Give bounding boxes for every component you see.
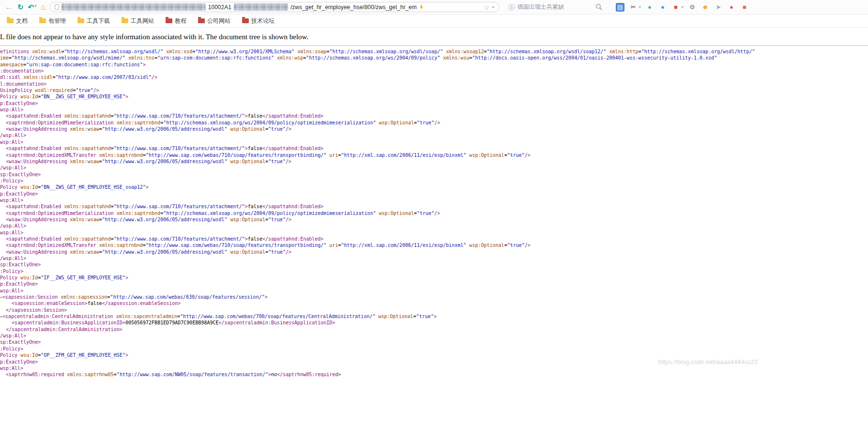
lightning-icon bbox=[419, 4, 424, 10]
folder-icon bbox=[242, 18, 249, 23]
xml-line: wsp:All> bbox=[0, 107, 868, 113]
extension-red-icon[interactable]: ■ bbox=[671, 3, 680, 12]
undo-button[interactable]: ↶ ▾ bbox=[28, 3, 37, 11]
xml-line: UsingPolicy wsdl:required="true"/> bbox=[0, 87, 868, 93]
xml-line: <saptrnbnd:OptimizedXMLTransfer xmlns:sa… bbox=[0, 242, 868, 248]
bookmark-label: 工具网站 bbox=[131, 17, 154, 25]
xml-line: p:ExactlyOne> bbox=[0, 100, 868, 107]
xml-line: /wsp:All> bbox=[0, 333, 868, 339]
bookmark-label: 工具下载 bbox=[87, 17, 110, 25]
xml-line: Policy wsu:Id="BN__ZWS_GET_HR_EMPLOYEE_H… bbox=[0, 184, 868, 190]
xml-line: <sapattahnd:Enabled xmlns:sapattahnd="ht… bbox=[0, 203, 868, 210]
undo-icon: ↶ bbox=[28, 3, 34, 11]
xml-line: sp:ExactlyOne> bbox=[0, 261, 868, 268]
xml-line: <wsaw:UsingAddressing xmlns:wsaw="http:/… bbox=[0, 249, 868, 255]
censored-url-segment bbox=[61, 3, 206, 11]
xml-line: </sapcentraladmin:CentralAdministration> bbox=[0, 326, 868, 333]
bookmark-item[interactable]: 文档 bbox=[7, 17, 28, 25]
xml-line: p:ExactlyOne> bbox=[0, 191, 868, 197]
browser-toolbar: ← ↻ ↶ ▾ ⌂ 10002A1 /zws_get_hr_employee_h… bbox=[0, 0, 868, 15]
xml-line: Policy wsu:Id="BN__ZWS_GET_HR_EMPLOYEE_H… bbox=[0, 93, 868, 100]
xml-line: </sapsession:Session> bbox=[0, 307, 868, 313]
xml-line: wsp:All> bbox=[0, 197, 868, 203]
page-icon bbox=[55, 4, 59, 10]
xml-line: /wsp:All> bbox=[0, 255, 868, 261]
xml-line: <sapattahnd:Enabled xmlns:sapattahnd="ht… bbox=[0, 113, 868, 119]
chevron-down-icon[interactable]: ▾ bbox=[492, 5, 494, 10]
bookmark-item[interactable]: 工具下载 bbox=[77, 17, 110, 25]
xml-line: ime="http://schemas.xmlsoap.org/wsdl/mim… bbox=[0, 55, 868, 61]
chevron-down-icon[interactable]: ▾ bbox=[34, 4, 36, 8]
xml-line: dl:sidl xmlns:sidl="http://www.sap.com/2… bbox=[0, 74, 868, 80]
xml-line: <saptrnbnd:OptimizedXMLTransfer xmlns:sa… bbox=[0, 152, 868, 158]
xml-tree: efinitions xmlns:wsdl="http://schemas.xm… bbox=[0, 46, 868, 378]
xml-line: p:ExactlyOne> bbox=[0, 281, 868, 287]
xml-line: <saptrnbnd:OptimizedMimeSerialization xm… bbox=[0, 210, 868, 216]
folder-icon bbox=[39, 18, 46, 23]
folder-icon bbox=[77, 18, 84, 23]
scissors-icon[interactable]: ✂ bbox=[629, 3, 638, 12]
xml-line: :Policy> bbox=[0, 178, 868, 184]
xml-line: efinitions xmlns:wsdl="http://schemas.xm… bbox=[0, 48, 868, 55]
search-icon[interactable] bbox=[595, 3, 603, 11]
xml-line: ▾<sapsession:Session xmlns:sapsession="h… bbox=[0, 294, 868, 300]
refresh-button[interactable]: ↻ bbox=[17, 3, 24, 11]
bookmark-item[interactable]: 公司网站 bbox=[198, 17, 230, 25]
folder-icon bbox=[166, 18, 172, 23]
back-button[interactable]: ← bbox=[5, 3, 13, 11]
xml-line: wsp:All> bbox=[0, 288, 868, 294]
home-button[interactable]: ⌂ bbox=[41, 3, 46, 11]
hot-search-icon: S bbox=[508, 4, 515, 11]
xml-line: <saptrnbnd:OptimizedMimeSerialization xm… bbox=[0, 120, 868, 126]
xml-line: sp:ExactlyOne> bbox=[0, 339, 868, 345]
bookmark-label: 包管理 bbox=[48, 17, 66, 25]
hot-search-suggestion[interactable]: S 德国出现士兵紧缺 bbox=[508, 3, 564, 11]
user-icon[interactable]: ☻ bbox=[701, 3, 710, 12]
wrench-icon[interactable]: ⚙ bbox=[688, 3, 697, 12]
xml-viewer: L file does not appear to have any style… bbox=[0, 28, 868, 378]
url-text: /zws_get_hr_employee_hse/800/zws_get_hr_… bbox=[290, 4, 417, 11]
browser-window: ← ↻ ↶ ▾ ⌂ 10002A1 /zws_get_hr_employee_h… bbox=[0, 0, 868, 378]
extension-blue-circle-icon[interactable]: ● bbox=[658, 3, 667, 12]
folder-icon bbox=[7, 18, 14, 23]
bookmark-label: 教程 bbox=[175, 17, 186, 25]
bookmark-item[interactable]: 教程 bbox=[166, 17, 186, 25]
xml-no-style-message: L file does not appear to have any style… bbox=[0, 28, 868, 46]
extension-red-circle-icon[interactable]: ● bbox=[727, 3, 736, 12]
bookmark-item[interactable]: 工具网站 bbox=[122, 17, 154, 25]
xml-line: <wsaw:UsingAddressing xmlns:wsaw="http:/… bbox=[0, 158, 868, 165]
xml-line: <saptrhnw05:required xmlns:saptrhnw05="h… bbox=[0, 371, 868, 378]
bookmark-label: 公司网站 bbox=[207, 17, 230, 25]
pointer-icon[interactable]: ➤ bbox=[714, 3, 723, 12]
bookmark-item[interactable]: 包管理 bbox=[39, 17, 66, 25]
extension-blue-grid-icon[interactable]: ▤ bbox=[616, 3, 624, 12]
bookmark-label: 技术论坛 bbox=[251, 17, 274, 25]
xml-line: wsp:All> bbox=[0, 365, 868, 371]
xml-line: /wsp:All> bbox=[0, 223, 868, 229]
chevron-down-icon[interactable]: ▾ bbox=[639, 5, 641, 9]
extension-icons: ▤✂▾●●■▾⚙☻➤●■ bbox=[616, 3, 749, 12]
extension-orange-icon[interactable]: ■ bbox=[740, 3, 749, 12]
xml-line: <sapattahnd:Enabled xmlns:sapattahnd="ht… bbox=[0, 145, 868, 152]
xml-line: wsp:All> bbox=[0, 139, 868, 145]
address-bar[interactable]: 10002A1 /zws_get_hr_employee_hse/800/zws… bbox=[50, 2, 499, 12]
xml-line: <sapattahnd:Enabled xmlns:sapattahnd="ht… bbox=[0, 236, 868, 242]
xml-line: <wsaw:UsingAddressing xmlns:wsaw="http:/… bbox=[0, 126, 868, 132]
xml-line: sp:ExactlyOne> bbox=[0, 171, 868, 178]
chevron-down-icon[interactable]: ▾ bbox=[682, 5, 684, 9]
xml-line: /wsp:All> bbox=[0, 165, 868, 171]
xml-line: Policy wsu:Id="OP__ZFM_GET_HR_EMPLOYEE_H… bbox=[0, 352, 868, 358]
xml-line: wsp:All> bbox=[0, 229, 868, 236]
bookmark-item[interactable]: 技术论坛 bbox=[242, 17, 274, 25]
extension-green-icon[interactable]: ● bbox=[645, 3, 654, 12]
folder-icon bbox=[122, 18, 128, 23]
hot-search-text: 德国出现士兵紧缺 bbox=[518, 3, 564, 11]
url-fragment: 10002A1 bbox=[208, 4, 231, 11]
xml-line: ▾<sapcentraladmin:CentralAdministration … bbox=[0, 313, 868, 320]
xml-line: :Policy> bbox=[0, 346, 868, 352]
xml-line: <wsaw:UsingAddressing xmlns:wsaw="http:/… bbox=[0, 216, 868, 223]
bookmark-label: 文档 bbox=[16, 17, 28, 25]
xml-line: amespace="urn:sap-com:document:sap:rfc:f… bbox=[0, 61, 868, 68]
xml-line: <sapcentraladmin:BusinessApplicationID>0… bbox=[0, 320, 868, 326]
bookmark-star-icon[interactable]: ☆ bbox=[484, 4, 490, 11]
